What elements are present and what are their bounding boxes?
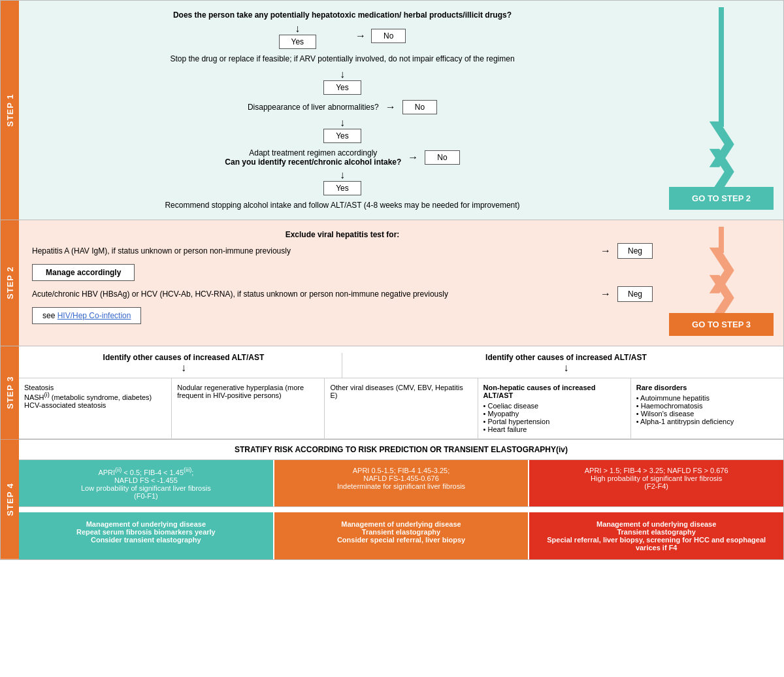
mgmt-red-line3: Special referral, liver biopsy, screenin…: [537, 536, 776, 552]
arrow-down-1: ↓: [295, 23, 300, 35]
step3-col2: Nodular regenerative hyperplasia (more f…: [172, 378, 325, 438]
stratify-green-line1: APRI(ii) < 0.5; FIB-4 < 1.45(iii);: [25, 467, 267, 476]
step1-content: Does the person take any potentially hep…: [19, 1, 666, 220]
step1-instruction2: Adapt treatment regimen accordingly: [249, 148, 377, 157]
step4-bar: STEP 4: [1, 440, 19, 559]
go-to-step2-button: GO TO STEP 2: [669, 187, 774, 210]
step1-right-col: ❯ ❯ GO TO STEP 2: [666, 1, 783, 220]
yes-box-4: Yes: [323, 181, 361, 195]
step1-yes3-flow: ↓ Yes: [32, 117, 653, 143]
step2-header: Exclude viral hepatitis test for:: [32, 230, 653, 239]
stratify-orange: APRI 0.5-1.5; FIB-4 1.45-3.25; NAFLD FS-…: [274, 460, 530, 506]
mgmt-green-line2: Repeat serum fibrosis biomarkers yearly: [27, 528, 265, 536]
step3-col5: Rare disorders • Autoimmune hepatitis • …: [631, 378, 783, 438]
step3-col4-item3: • Portal hypertension: [483, 418, 625, 425]
step3-col3-item1: Other viral diseases (CMV, EBV, Hepatiti…: [330, 384, 472, 399]
step2-bullet2-text: Acute/chronic HBV (HBsAg) or HCV (HCV-Ab…: [32, 289, 594, 299]
step3-col1-item3: HCV-associated steatosis: [24, 401, 166, 409]
step3-col1-item2: NASH(i) (metabolic syndrome, diabetes): [24, 391, 166, 401]
step3-col5-item4: • Alpha-1 antitrypsin deficiency: [636, 418, 778, 425]
step3-col4: Non-hepatic causes of increased ALT/AST …: [478, 378, 631, 438]
step3-header-right-text: Identify other causes of increased ALT/A…: [485, 353, 647, 362]
mgmt-red-line2: Transient elastography: [537, 528, 776, 536]
step3-header-left-text: Identify other causes of increased ALT/A…: [103, 353, 265, 362]
orange-chevron2-icon: ❯: [702, 280, 741, 308]
step3-col4-item1: • Coeliac disease: [483, 402, 625, 410]
stratify-green-line3: Low probability of significant liver fib…: [25, 484, 267, 492]
step3-headers: Identify other causes of increased ALT/A…: [19, 346, 783, 378]
arrow-right-3: →: [408, 152, 418, 163]
step2-manage-row: Manage accordingly: [32, 264, 653, 281]
step3-col4-header: Non-hepatic causes of increased ALT/AST: [483, 384, 625, 399]
step2-bullet1: Hepatitis A (HAV IgM), if status unknown…: [32, 246, 291, 256]
stratify-cells: APRI(ii) < 0.5; FIB-4 < 1.45(iii); NAFLD…: [19, 460, 783, 507]
step3-col5-item1: • Autoimmune hepatitis: [636, 394, 778, 402]
step3-col5-item3: • Wilson's disease: [636, 410, 778, 418]
step3-label: STEP 3: [1, 346, 19, 439]
step1-q2-text: Disappearance of liver abnormalities?: [248, 103, 379, 112]
q1-no-flow: → No: [355, 29, 406, 43]
stratify-green: APRI(ii) < 0.5; FIB-4 < 1.45(iii); NAFLD…: [19, 460, 274, 506]
arrow-down-3: ↓: [340, 117, 345, 129]
mgmt-red: Management of underlying disease Transie…: [529, 512, 783, 559]
main-wrapper: STEP 1 Does the person take any potentia…: [0, 0, 784, 560]
arrow-right-step2-2: →: [600, 288, 611, 300]
step2-label: STEP 2: [1, 220, 19, 346]
step2-bar: STEP 2: [1, 220, 19, 346]
step3-header-left: Identify other causes of increased ALT/A…: [25, 353, 342, 378]
stratify-red-line1: APRI > 1.5; FIB-4 > 3.25; NAFLD FS > 0.6…: [536, 467, 777, 474]
yes-box-2: Yes: [323, 80, 361, 95]
arrow-down-step3-l: ↓: [181, 362, 186, 374]
teal-arrow-container: ❯ ❯: [702, 1, 741, 182]
stratify-orange-line2: NAFLD FS-1.455-0.676: [281, 474, 522, 482]
step3-cols: Steatosis NASH(i) (metabolic syndrome, d…: [19, 378, 783, 439]
step1-label: STEP 1: [1, 1, 19, 220]
manage-box: Manage accordingly: [32, 264, 135, 281]
no-box-3: No: [425, 150, 459, 165]
neg-box-2: Neg: [617, 286, 653, 302]
teal-chevron2-icon: ❯: [702, 154, 741, 182]
orange-arrow-container: ❯ ❯: [702, 220, 741, 308]
stratify-red-line2: High probability of significant liver fi…: [536, 474, 777, 482]
step4-content: STRATIFY RISK ACCORDING TO RISK PREDICTI…: [19, 440, 783, 559]
step3-col2-item1: Nodular regenerative hyperplasia (more f…: [177, 384, 319, 399]
arrow-down-4: ↓: [340, 169, 345, 181]
neg-box-1: Neg: [617, 243, 653, 259]
step3-bar: STEP 3: [1, 346, 19, 439]
stratify-orange-line3: Indeterminate for significant liver fibr…: [281, 482, 522, 490]
step1-yes4-flow: ↓ Yes: [32, 169, 653, 195]
step3-content: Identify other causes of increased ALT/A…: [19, 346, 783, 439]
hiv-box: see HIV/Hep Co-infection: [32, 307, 141, 324]
stratify-green-line4: (F0-F1): [25, 492, 267, 500]
hiv-link-text[interactable]: HIV/Hep Co-infection: [57, 311, 131, 320]
yes-box-1: Yes: [279, 35, 317, 49]
mgmt-green: Management of underlying disease Repeat …: [19, 512, 274, 559]
step2-right-col: ❯ ❯ GO TO STEP 3: [666, 220, 783, 346]
step1-instruction2-q3: Adapt treatment regimen accordingly Can …: [225, 148, 401, 167]
mgmt-green-line1: Management of underlying disease: [27, 520, 265, 528]
step2-see-row: see HIV/Hep Co-infection: [32, 307, 653, 324]
step2-bullet2: Acute/chronic HBV (HBsAg) or HCV (HCV-Ab…: [32, 289, 448, 299]
step4-label: STEP 4: [1, 440, 19, 559]
step2-content: Exclude viral hepatitis test for: Hepati…: [19, 220, 666, 346]
step1-bar: STEP 1: [1, 1, 19, 220]
arrow-down-step3-r: ↓: [563, 362, 568, 374]
step1-yes2-flow: ↓ Yes: [32, 69, 653, 95]
yes-box-3: Yes: [323, 129, 361, 143]
step3-col5-header: Rare disorders: [636, 384, 778, 391]
stratify-orange-line1: APRI 0.5-1.5; FIB-4 1.45-3.25;: [281, 467, 522, 474]
step1-q1-flow: Does the person take any potentially hep…: [32, 10, 653, 49]
no-box-1: No: [371, 29, 406, 43]
step3-col1-item1: Steatosis: [24, 384, 166, 391]
step3-col1: Steatosis NASH(i) (metabolic syndrome, d…: [19, 378, 172, 438]
mgmt-green-line3: Consider transient elastography: [27, 536, 265, 544]
teal-line: [719, 7, 724, 127]
no-box-2: No: [402, 100, 437, 114]
step2-bullet1-text: Hepatitis A (HAV IgM), if status unknown…: [32, 246, 594, 256]
step2-row: STEP 2 Exclude viral hepatitis test for:…: [0, 220, 784, 346]
step2-see-text: see: [42, 311, 57, 320]
stratify-red: APRI > 1.5; FIB-4 > 3.25; NAFLD FS > 0.6…: [529, 460, 783, 506]
mgmt-orange-line3: Consider special referral, liver biopsy: [282, 536, 521, 544]
arrow-right-2: →: [385, 101, 396, 113]
stratify-header: STRATIFY RISK ACCORDING TO RISK PREDICTI…: [19, 440, 783, 460]
